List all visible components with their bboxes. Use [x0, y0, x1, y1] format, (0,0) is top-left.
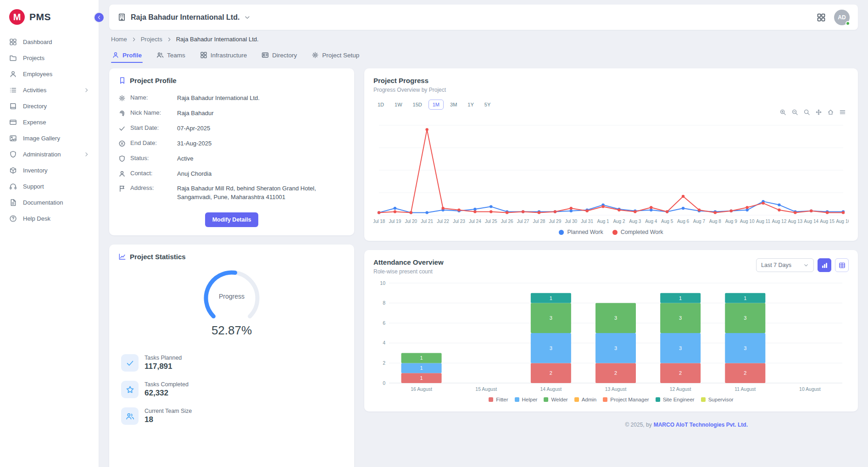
sidebar-item-image-gallery[interactable]: Image Gallery [0, 130, 99, 146]
legend-label: Welder [551, 397, 568, 402]
date-range-select[interactable]: Last 7 Days [756, 258, 814, 272]
sidebar-item-administration[interactable]: Administration [0, 146, 99, 162]
box-icon [9, 167, 17, 174]
tab-directory[interactable]: Directory [261, 47, 298, 64]
field-end-date: End Date:31-Aug-2025 [118, 136, 345, 151]
legend-label: Project Manager [610, 397, 649, 402]
zoom-in-icon[interactable] [779, 109, 786, 116]
table-view-button[interactable] [835, 258, 849, 272]
range-15d[interactable]: 15D [409, 100, 426, 110]
tab-infrastructure[interactable]: Infrastructure [199, 47, 248, 64]
bookmark-icon [118, 77, 126, 84]
attendance-bar-chart[interactable]: 024681011116 August15 August233114 Augus… [373, 278, 849, 394]
online-status-dot [846, 21, 850, 26]
field-value: Raja Bahadur [177, 109, 345, 118]
card-title: Project Progress [373, 77, 428, 84]
legend-swatch [515, 397, 519, 402]
sidebar-item-projects[interactable]: Projects [0, 50, 99, 66]
range-1d[interactable]: 1D [373, 100, 388, 110]
stat-value: 117,891 [145, 362, 182, 371]
sidebar-item-inventory[interactable]: Inventory [0, 162, 99, 178]
card-title-row: Project Statistics [118, 253, 345, 261]
copyright-text: © 2025, by [625, 422, 651, 428]
sidebar-item-help-desk[interactable]: Help Desk [0, 211, 99, 227]
svg-text:Aug 2: Aug 2 [613, 219, 625, 224]
chevron-right-icon [83, 151, 89, 157]
pan-icon[interactable] [815, 109, 822, 116]
svg-text:Aug 3: Aug 3 [629, 219, 641, 224]
range-5y[interactable]: 5Y [480, 100, 495, 110]
range-1w[interactable]: 1W [390, 100, 406, 110]
attendance-controls: Last 7 Days [756, 258, 849, 272]
app-logo[interactable]: M PMS [0, 6, 99, 34]
avatar[interactable]: AD [834, 10, 850, 25]
range-1m[interactable]: 1M [428, 100, 444, 110]
flag-icon [118, 185, 126, 192]
breadcrumb-projects[interactable]: Projects [141, 36, 162, 43]
chart-line-icon [118, 253, 126, 261]
tab-teams[interactable]: Teams [156, 47, 186, 64]
headset-icon [9, 183, 17, 190]
tab-label: Profile [122, 52, 142, 59]
legend-item-welder[interactable]: Welder [544, 397, 568, 402]
modify-details-button[interactable]: Modify Details [205, 212, 259, 227]
person-icon [112, 51, 119, 59]
company-link[interactable]: MARCO AIoT Technologies Pvt. Ltd. [654, 422, 748, 428]
company-selector[interactable]: Raja Bahadur International Ltd. [117, 13, 250, 22]
svg-text:15 August: 15 August [475, 386, 497, 392]
home-reset-icon[interactable] [827, 109, 834, 116]
zoom-out-icon[interactable] [791, 109, 798, 116]
sidebar-item-employees[interactable]: Employees [0, 66, 99, 82]
breadcrumb-home[interactable]: Home [111, 36, 127, 43]
field-label: Status: [130, 155, 172, 161]
svg-text:3: 3 [679, 345, 682, 351]
field-address: Address:Raja Bahadur Mill Rd, behind She… [118, 181, 345, 205]
svg-text:Aug 10: Aug 10 [740, 219, 755, 224]
legend-label: Fitter [496, 397, 508, 402]
legend-swatch [656, 397, 660, 402]
sidebar-item-documentation[interactable]: Documentation [0, 195, 99, 211]
star-icon [121, 381, 139, 398]
svg-text:Aug 4: Aug 4 [645, 219, 657, 224]
sidebar-collapse-button[interactable] [94, 12, 105, 23]
legend-item-site-engineer[interactable]: Site Engineer [656, 397, 695, 402]
range-1y[interactable]: 1Y [463, 100, 478, 110]
chart-menu-icon[interactable] [839, 109, 846, 116]
svg-text:2: 2 [744, 370, 746, 376]
logo-text: PMS [29, 11, 51, 22]
legend-item-supervisor[interactable]: Supervisor [701, 397, 734, 402]
legend-item-helper[interactable]: Helper [515, 397, 538, 402]
svg-text:1: 1 [744, 295, 746, 301]
sidebar-item-expense[interactable]: Expense [0, 114, 99, 130]
field-label: End Date: [130, 139, 172, 146]
legend-item-completed-work[interactable]: Completed Work [612, 229, 663, 235]
sidebar-item-dashboard[interactable]: Dashboard [0, 34, 99, 50]
legend-item-admin[interactable]: Admin [574, 397, 597, 402]
sidebar-item-support[interactable]: Support [0, 178, 99, 195]
selection-zoom-icon[interactable] [803, 109, 810, 116]
tab-profile[interactable]: Profile [111, 47, 143, 64]
svg-text:4: 4 [383, 340, 385, 346]
svg-text:10: 10 [380, 280, 385, 286]
legend-item-project-manager[interactable]: Project Manager [603, 397, 649, 402]
legend-item-planned-work[interactable]: Planned Work [559, 229, 603, 235]
shield-icon [118, 155, 126, 162]
planned-legend-dot [559, 230, 564, 235]
tab-project-setup[interactable]: Project Setup [311, 47, 360, 64]
sidebar-item-directory[interactable]: Directory [0, 98, 99, 114]
sidebar-item-activities[interactable]: Activities [0, 82, 99, 98]
field-start-date: Start Date:07-Apr-2025 [118, 121, 345, 136]
svg-text:Aug 9: Aug 9 [725, 219, 738, 224]
svg-text:Jul 22: Jul 22 [437, 219, 449, 224]
people-icon [156, 51, 164, 59]
svg-text:1: 1 [420, 365, 423, 371]
field-value: Raja Bahadur International Ltd. [177, 94, 345, 103]
range-3m[interactable]: 3M [446, 100, 461, 110]
sidebar-item-label: Administration [23, 151, 61, 158]
apps-grid-button[interactable] [817, 13, 826, 22]
svg-text:Aug 16: Aug 16 [836, 219, 849, 224]
progress-line-chart[interactable]: Jul 18Jul 19Jul 20Jul 21Jul 22Jul 23Jul … [373, 120, 849, 226]
chart-view-button[interactable] [818, 258, 831, 272]
legend-item-fitter[interactable]: Fitter [489, 397, 508, 402]
sidebar-item-label: Projects [23, 55, 45, 61]
